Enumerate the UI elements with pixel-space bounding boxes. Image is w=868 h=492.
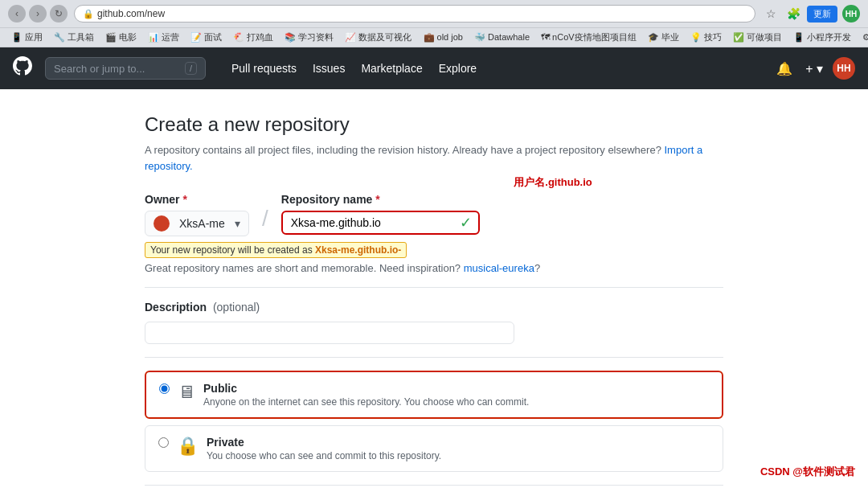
bookmark-interview[interactable]: 📝 面试 bbox=[187, 31, 225, 44]
public-text: Public Anyone on the internet can see th… bbox=[203, 382, 529, 408]
lock-icon: 🔒 bbox=[83, 9, 94, 19]
browser-nav-buttons: ‹ › ↻ bbox=[8, 5, 68, 23]
suggestion-text: Great repository names are short and mem… bbox=[145, 262, 723, 274]
bookmark-tools[interactable]: 🔧 工具箱 bbox=[51, 31, 97, 44]
description-optional: (optional) bbox=[213, 301, 260, 314]
public-option[interactable]: 🖥 Public Anyone on the internet can see … bbox=[145, 371, 723, 419]
repo-name-label: Repository name * bbox=[281, 193, 480, 206]
private-label: Private bbox=[207, 436, 441, 449]
owner-value: XksA-me bbox=[179, 217, 225, 230]
bookmark-skills[interactable]: 💡 技巧 bbox=[687, 31, 725, 44]
public-label: Public bbox=[203, 382, 529, 395]
forward-button[interactable]: › bbox=[29, 5, 47, 23]
user-avatar[interactable]: HH bbox=[833, 57, 855, 80]
divider-3 bbox=[145, 485, 723, 486]
private-radio[interactable] bbox=[158, 437, 169, 448]
owner-avatar bbox=[154, 215, 170, 232]
description-label: Description (optional) bbox=[145, 301, 723, 314]
browser-avatar[interactable]: HH bbox=[842, 5, 860, 23]
private-icon: 🔒 bbox=[177, 436, 199, 457]
owner-select[interactable]: XksA-me ▾ bbox=[145, 211, 249, 236]
search-shortcut: / bbox=[185, 62, 197, 75]
suggestion-prefix: Great repository names are short and mem… bbox=[145, 262, 461, 274]
extensions-button[interactable]: 🧩 bbox=[784, 5, 802, 23]
divider-2 bbox=[145, 357, 723, 358]
divider-1 bbox=[145, 287, 723, 288]
bookmark-apps[interactable]: 📱 应用 bbox=[8, 31, 46, 44]
github-logo[interactable] bbox=[13, 56, 32, 80]
private-text: Private You choose who can see and commi… bbox=[207, 436, 441, 461]
url-text: github.com/new bbox=[97, 8, 165, 19]
tooltip-highlight: Xksa-me.github.io- bbox=[315, 244, 401, 256]
bookmark-oldjob[interactable]: 💼 old job bbox=[420, 31, 466, 43]
csdn-watermark: CSDN @软件测试君 bbox=[760, 465, 855, 479]
repo-name-required: * bbox=[375, 193, 379, 206]
owner-label: Owner * bbox=[145, 193, 249, 206]
private-option[interactable]: 🔒 Private You choose who can see and com… bbox=[145, 425, 723, 472]
bookmark-data[interactable]: 📈 数据及可视化 bbox=[342, 31, 415, 44]
annotation-username: 用户名.github.io bbox=[514, 175, 592, 190]
browser-actions: ☆ 🧩 更新 HH bbox=[762, 5, 860, 23]
bookmark-button[interactable]: ☆ bbox=[762, 5, 780, 23]
tooltip-text: Your new repository will be created as bbox=[150, 244, 315, 256]
nav-issues[interactable]: Issues bbox=[306, 57, 351, 80]
bookmark-tech[interactable]: ⚙ 技术 bbox=[859, 31, 868, 44]
refresh-button[interactable]: ↻ bbox=[50, 5, 68, 23]
suggestion-link[interactable]: musical-eureka bbox=[464, 262, 534, 274]
nav-links: Pull requests Issues Marketplace Explore bbox=[225, 57, 483, 80]
github-nav: Search or jump to... / Pull requests Iss… bbox=[0, 47, 868, 89]
description-group: Description (optional) bbox=[145, 301, 723, 344]
page-wrapper: Create a new repository A repository con… bbox=[0, 89, 868, 492]
public-radio[interactable] bbox=[159, 383, 170, 394]
owner-required: * bbox=[182, 193, 186, 206]
bookmark-datawhale[interactable]: 🐳 Datawhale bbox=[471, 31, 533, 43]
repo-name-box: ✓ bbox=[281, 211, 480, 235]
browser-bar: ‹ › ↻ 🔒 github.com/new ☆ 🧩 更新 HH bbox=[0, 0, 868, 28]
tooltip-box: Your new repository will be created as X… bbox=[145, 242, 407, 258]
repo-name-field-group: Repository name * ✓ 用户名.github.io bbox=[281, 193, 480, 235]
public-description: Anyone on the internet can see this repo… bbox=[203, 396, 529, 408]
bookmark-ncov[interactable]: 🗺 nCoV疫情地图项目组 bbox=[538, 31, 640, 44]
nav-pull-requests[interactable]: Pull requests bbox=[225, 57, 303, 80]
bookmark-ops[interactable]: 📊 运营 bbox=[145, 31, 182, 44]
slash-separator: / bbox=[262, 206, 268, 236]
bookmarks-bar: 📱 应用 🔧 工具箱 🎬 电影 📊 运营 📝 面试 🐔 打鸡血 📚 学习资料 📈… bbox=[0, 28, 868, 47]
check-icon: ✓ bbox=[460, 214, 478, 232]
nav-explore[interactable]: Explore bbox=[432, 57, 483, 80]
bookmark-graduation[interactable]: 🎓 毕业 bbox=[645, 31, 682, 44]
owner-field-group: Owner * XksA-me ▾ bbox=[145, 193, 249, 236]
search-bar[interactable]: Search or jump to... / bbox=[45, 57, 206, 80]
description-input[interactable] bbox=[145, 322, 514, 344]
tooltip-row: Your new repository will be created as X… bbox=[145, 243, 723, 256]
bookmark-miniapp[interactable]: 📱 小程序开发 bbox=[790, 31, 854, 44]
page-description: A repository contains all project files,… bbox=[145, 142, 723, 174]
page-title: Create a new repository bbox=[145, 113, 723, 136]
new-button[interactable]: + ▾ bbox=[802, 58, 826, 80]
private-description: You choose who can see and commit to thi… bbox=[207, 450, 441, 461]
bookmark-learning[interactable]: 📚 学习资料 bbox=[281, 31, 337, 44]
page-desc-text: A repository contains all project files,… bbox=[145, 144, 661, 156]
repo-name-row: ✓ bbox=[281, 211, 480, 235]
repo-name-input[interactable] bbox=[283, 212, 460, 233]
back-button[interactable]: ‹ bbox=[8, 5, 26, 23]
nav-right: 🔔 + ▾ HH bbox=[773, 57, 855, 80]
nav-marketplace[interactable]: Marketplace bbox=[354, 57, 428, 80]
bookmark-motivation[interactable]: 🐔 打鸡血 bbox=[230, 31, 276, 44]
url-bar[interactable]: 🔒 github.com/new bbox=[74, 5, 755, 23]
bookmark-movies[interactable]: 🎬 电影 bbox=[102, 31, 140, 44]
notifications-button[interactable]: 🔔 bbox=[773, 58, 796, 80]
form-container: Create a new repository A repository con… bbox=[129, 89, 739, 492]
owner-chevron: ▾ bbox=[235, 217, 240, 230]
visibility-section: 🖥 Public Anyone on the internet can see … bbox=[145, 371, 723, 472]
bookmark-projects[interactable]: ✅ 可做项目 bbox=[730, 31, 785, 44]
search-placeholder: Search or jump to... bbox=[54, 63, 145, 75]
public-icon: 🖥 bbox=[178, 382, 195, 403]
update-button[interactable]: 更新 bbox=[807, 6, 837, 23]
